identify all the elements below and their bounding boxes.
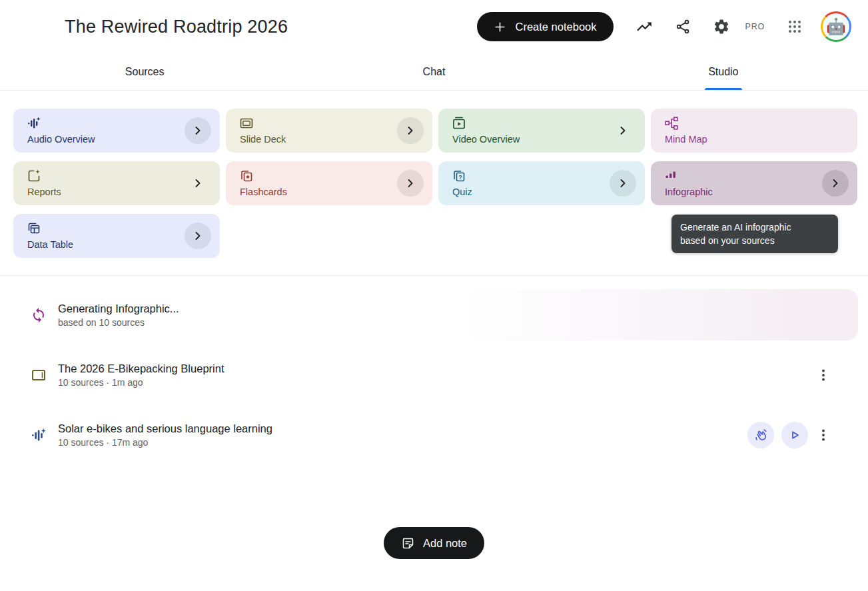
interactive-mode-button[interactable] xyxy=(747,422,774,448)
footer: Add note xyxy=(0,527,868,559)
open-infographic-button[interactable] xyxy=(822,170,849,197)
progress-spinner-icon xyxy=(31,307,47,323)
slide-deck-icon xyxy=(31,367,47,383)
tooltip-line-2: based on your sources xyxy=(680,234,829,247)
more-vert-icon xyxy=(818,367,829,383)
note-icon xyxy=(401,536,415,550)
infographic-tooltip: Generate an AI infographic based on your… xyxy=(671,215,838,253)
card-quiz[interactable]: ? Quiz xyxy=(438,161,645,205)
tooltip-line-1: Generate an AI infographic xyxy=(680,221,829,234)
apps-grid-icon xyxy=(787,19,803,35)
tab-studio[interactable]: Studio xyxy=(579,53,868,90)
create-notebook-button[interactable]: Create notebook xyxy=(477,12,613,41)
card-label: Video Overview xyxy=(452,134,634,145)
play-icon xyxy=(787,428,802,442)
studio-output-list: Generating Infographic... based on 10 so… xyxy=(0,276,868,460)
card-reports[interactable]: Reports xyxy=(13,161,220,205)
notebooklm-logo[interactable] xyxy=(17,13,44,40)
mind-map-icon xyxy=(665,117,678,130)
card-data-table[interactable]: Data Table xyxy=(13,214,220,258)
note-title: Generating Infographic... xyxy=(58,302,179,315)
plus-icon xyxy=(494,21,506,33)
chevron-right-icon xyxy=(193,179,203,188)
card-label: Mind Map xyxy=(665,134,847,145)
note-title: The 2026 E-Bikepacking Blueprint xyxy=(58,362,224,375)
card-label: Reports xyxy=(27,187,209,197)
gear-icon xyxy=(713,18,730,35)
note-row-solar-ebikes-audio[interactable]: Solar e-bikes and serious language learn… xyxy=(13,409,858,460)
add-note-label: Add note xyxy=(423,537,467,550)
note-row-bikepacking-blueprint[interactable]: The 2026 E-Bikepacking Blueprint 10 sour… xyxy=(13,349,858,400)
flashcards-star-icon xyxy=(240,169,253,183)
share-button[interactable] xyxy=(675,19,691,35)
open-data-table-button[interactable] xyxy=(185,223,211,249)
chevron-right-icon xyxy=(831,179,840,188)
settings-button[interactable] xyxy=(713,18,730,35)
note-text: The 2026 E-Bikepacking Blueprint 10 sour… xyxy=(58,362,224,388)
chevron-right-icon xyxy=(618,179,628,188)
audio-waveform-sparkle-icon xyxy=(27,117,41,130)
slide-frame-icon xyxy=(240,117,253,130)
chevron-right-icon xyxy=(406,126,415,135)
audio-waveform-icon xyxy=(31,427,47,443)
card-label: Infographic xyxy=(665,187,847,197)
notebook-title[interactable]: The Rewired Roadtrip 2026 xyxy=(65,17,288,37)
google-apps-button[interactable] xyxy=(787,19,803,35)
chevron-right-icon xyxy=(406,179,415,188)
more-vert-icon xyxy=(818,427,829,443)
card-mind-map[interactable]: Mind Map xyxy=(651,109,857,153)
data-table-icon xyxy=(27,222,41,235)
card-infographic[interactable]: Infographic xyxy=(651,161,857,205)
main-tabs: Sources Chat Studio xyxy=(0,53,868,91)
tab-sources-label: Sources xyxy=(125,66,165,78)
note-text: Solar e-bikes and serious language learn… xyxy=(58,422,272,448)
chevron-right-icon xyxy=(193,231,203,241)
quiz-cards-icon: ? xyxy=(452,169,466,183)
play-audio-button[interactable] xyxy=(781,422,808,448)
chevron-right-icon xyxy=(618,126,628,135)
note-subtitle: based on 10 sources xyxy=(58,317,179,328)
note-menu-button[interactable] xyxy=(815,424,831,446)
report-sparkle-icon xyxy=(27,169,41,183)
open-reports-button[interactable] xyxy=(185,170,211,197)
open-audio-overview-button[interactable] xyxy=(185,117,211,144)
waving-hand-icon xyxy=(753,428,768,442)
avatar-robot-image: 🤖 xyxy=(823,13,849,40)
open-flashcards-button[interactable] xyxy=(397,170,424,197)
add-note-button[interactable]: Add note xyxy=(384,527,484,559)
tab-chat-label: Chat xyxy=(423,66,446,78)
infographic-bars-icon xyxy=(665,169,678,183)
open-video-overview-button[interactable] xyxy=(610,117,636,144)
header-actions: Create notebook PRO xyxy=(477,11,851,42)
note-menu-button[interactable] xyxy=(815,364,831,386)
trending-up-icon xyxy=(636,18,653,35)
svg-text:?: ? xyxy=(458,174,462,181)
note-title: Solar e-bikes and serious language learn… xyxy=(58,422,272,435)
note-actions xyxy=(815,364,831,386)
create-notebook-label: Create notebook xyxy=(515,21,596,33)
open-quiz-button[interactable] xyxy=(610,170,636,197)
card-audio-overview[interactable]: Audio Overview xyxy=(13,109,220,153)
chevron-right-icon xyxy=(193,126,203,135)
notebooklm-logo-icon xyxy=(22,18,39,35)
card-video-overview[interactable]: Video Overview xyxy=(438,109,645,153)
pro-badge: PRO xyxy=(745,22,765,31)
note-row-generating-infographic[interactable]: Generating Infographic... based on 10 so… xyxy=(13,289,858,340)
card-label: Data Table xyxy=(27,239,209,250)
user-avatar[interactable]: 🤖 xyxy=(821,11,851,42)
card-label: Flashcards xyxy=(240,187,422,197)
note-actions xyxy=(747,422,831,448)
card-label: Slide Deck xyxy=(240,134,422,145)
analytics-button[interactable] xyxy=(636,18,653,35)
video-frame-icon xyxy=(452,117,466,130)
tab-studio-label: Studio xyxy=(708,66,738,78)
tab-chat[interactable]: Chat xyxy=(289,53,578,90)
app-header: The Rewired Roadtrip 2026 Create noteboo… xyxy=(0,0,868,53)
card-label: Quiz xyxy=(452,187,634,197)
tab-active-underline xyxy=(705,88,742,90)
card-slide-deck[interactable]: Slide Deck xyxy=(226,109,432,153)
share-icon xyxy=(675,19,691,35)
open-slide-deck-button[interactable] xyxy=(397,117,424,144)
card-flashcards[interactable]: Flashcards xyxy=(226,161,432,205)
tab-sources[interactable]: Sources xyxy=(0,53,289,90)
